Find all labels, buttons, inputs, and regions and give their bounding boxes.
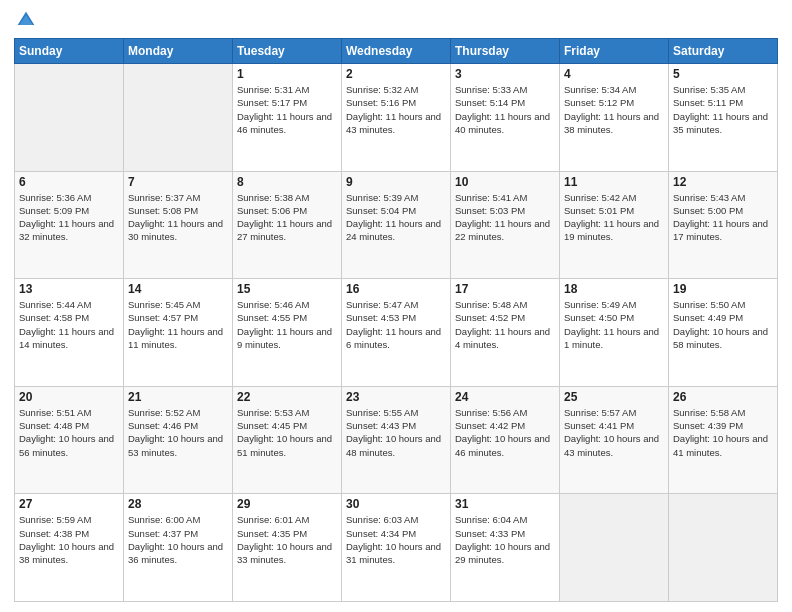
- cell-content: Sunrise: 5:31 AM Sunset: 5:17 PM Dayligh…: [237, 83, 337, 136]
- sunrise-label: Sunrise: 5:43 AM: [673, 192, 745, 203]
- weekday-header-wednesday: Wednesday: [342, 39, 451, 64]
- sunrise-label: Sunrise: 5:59 AM: [19, 514, 91, 525]
- cell-content: Sunrise: 5:33 AM Sunset: 5:14 PM Dayligh…: [455, 83, 555, 136]
- sunset-label: Sunset: 4:39 PM: [673, 420, 743, 431]
- day-number: 16: [346, 282, 446, 296]
- day-number: 7: [128, 175, 228, 189]
- sunset-label: Sunset: 4:35 PM: [237, 528, 307, 539]
- daylight-label: Daylight: 11 hours and 1 minute.: [564, 326, 659, 350]
- day-number: 13: [19, 282, 119, 296]
- calendar-cell: 1 Sunrise: 5:31 AM Sunset: 5:17 PM Dayli…: [233, 64, 342, 172]
- sunrise-label: Sunrise: 5:56 AM: [455, 407, 527, 418]
- calendar-cell: 20 Sunrise: 5:51 AM Sunset: 4:48 PM Dayl…: [15, 386, 124, 494]
- day-number: 17: [455, 282, 555, 296]
- daylight-label: Daylight: 10 hours and 43 minutes.: [564, 433, 659, 457]
- cell-content: Sunrise: 6:00 AM Sunset: 4:37 PM Dayligh…: [128, 513, 228, 566]
- daylight-label: Daylight: 11 hours and 19 minutes.: [564, 218, 659, 242]
- week-row-4: 20 Sunrise: 5:51 AM Sunset: 4:48 PM Dayl…: [15, 386, 778, 494]
- cell-content: Sunrise: 5:46 AM Sunset: 4:55 PM Dayligh…: [237, 298, 337, 351]
- calendar-cell: 14 Sunrise: 5:45 AM Sunset: 4:57 PM Dayl…: [124, 279, 233, 387]
- cell-content: Sunrise: 5:38 AM Sunset: 5:06 PM Dayligh…: [237, 191, 337, 244]
- cell-content: Sunrise: 5:32 AM Sunset: 5:16 PM Dayligh…: [346, 83, 446, 136]
- sunrise-label: Sunrise: 6:03 AM: [346, 514, 418, 525]
- day-number: 11: [564, 175, 664, 189]
- cell-content: Sunrise: 5:55 AM Sunset: 4:43 PM Dayligh…: [346, 406, 446, 459]
- daylight-label: Daylight: 11 hours and 32 minutes.: [19, 218, 114, 242]
- calendar-cell: 19 Sunrise: 5:50 AM Sunset: 4:49 PM Dayl…: [669, 279, 778, 387]
- sunset-label: Sunset: 4:33 PM: [455, 528, 525, 539]
- sunrise-label: Sunrise: 5:32 AM: [346, 84, 418, 95]
- day-number: 26: [673, 390, 773, 404]
- calendar-cell: 22 Sunrise: 5:53 AM Sunset: 4:45 PM Dayl…: [233, 386, 342, 494]
- sunrise-label: Sunrise: 5:44 AM: [19, 299, 91, 310]
- sunrise-label: Sunrise: 5:57 AM: [564, 407, 636, 418]
- sunrise-label: Sunrise: 6:04 AM: [455, 514, 527, 525]
- cell-content: Sunrise: 5:52 AM Sunset: 4:46 PM Dayligh…: [128, 406, 228, 459]
- sunrise-label: Sunrise: 6:00 AM: [128, 514, 200, 525]
- calendar-cell: 5 Sunrise: 5:35 AM Sunset: 5:11 PM Dayli…: [669, 64, 778, 172]
- day-number: 21: [128, 390, 228, 404]
- sunrise-label: Sunrise: 5:49 AM: [564, 299, 636, 310]
- sunset-label: Sunset: 4:34 PM: [346, 528, 416, 539]
- calendar-cell: 15 Sunrise: 5:46 AM Sunset: 4:55 PM Dayl…: [233, 279, 342, 387]
- day-number: 14: [128, 282, 228, 296]
- cell-content: Sunrise: 5:36 AM Sunset: 5:09 PM Dayligh…: [19, 191, 119, 244]
- sunset-label: Sunset: 4:46 PM: [128, 420, 198, 431]
- sunset-label: Sunset: 4:42 PM: [455, 420, 525, 431]
- page-container: SundayMondayTuesdayWednesdayThursdayFrid…: [0, 0, 792, 612]
- cell-content: Sunrise: 5:47 AM Sunset: 4:53 PM Dayligh…: [346, 298, 446, 351]
- sunset-label: Sunset: 4:55 PM: [237, 312, 307, 323]
- cell-content: Sunrise: 5:59 AM Sunset: 4:38 PM Dayligh…: [19, 513, 119, 566]
- sunset-label: Sunset: 5:16 PM: [346, 97, 416, 108]
- sunrise-label: Sunrise: 6:01 AM: [237, 514, 309, 525]
- sunset-label: Sunset: 4:43 PM: [346, 420, 416, 431]
- sunset-label: Sunset: 4:57 PM: [128, 312, 198, 323]
- sunrise-label: Sunrise: 5:48 AM: [455, 299, 527, 310]
- cell-content: Sunrise: 5:48 AM Sunset: 4:52 PM Dayligh…: [455, 298, 555, 351]
- cell-content: Sunrise: 6:03 AM Sunset: 4:34 PM Dayligh…: [346, 513, 446, 566]
- sunrise-label: Sunrise: 5:46 AM: [237, 299, 309, 310]
- weekday-header-tuesday: Tuesday: [233, 39, 342, 64]
- sunset-label: Sunset: 5:09 PM: [19, 205, 89, 216]
- sunrise-label: Sunrise: 5:35 AM: [673, 84, 745, 95]
- sunset-label: Sunset: 4:38 PM: [19, 528, 89, 539]
- sunset-label: Sunset: 4:45 PM: [237, 420, 307, 431]
- day-number: 19: [673, 282, 773, 296]
- calendar-cell: 7 Sunrise: 5:37 AM Sunset: 5:08 PM Dayli…: [124, 171, 233, 279]
- day-number: 25: [564, 390, 664, 404]
- day-number: 10: [455, 175, 555, 189]
- calendar-cell: [669, 494, 778, 602]
- sunrise-label: Sunrise: 5:39 AM: [346, 192, 418, 203]
- calendar-cell: 21 Sunrise: 5:52 AM Sunset: 4:46 PM Dayl…: [124, 386, 233, 494]
- sunset-label: Sunset: 5:17 PM: [237, 97, 307, 108]
- sunset-label: Sunset: 5:08 PM: [128, 205, 198, 216]
- calendar-cell: [560, 494, 669, 602]
- cell-content: Sunrise: 5:35 AM Sunset: 5:11 PM Dayligh…: [673, 83, 773, 136]
- day-number: 8: [237, 175, 337, 189]
- sunset-label: Sunset: 5:03 PM: [455, 205, 525, 216]
- daylight-label: Daylight: 10 hours and 48 minutes.: [346, 433, 441, 457]
- cell-content: Sunrise: 5:43 AM Sunset: 5:00 PM Dayligh…: [673, 191, 773, 244]
- calendar-cell: 11 Sunrise: 5:42 AM Sunset: 5:01 PM Dayl…: [560, 171, 669, 279]
- weekday-header-saturday: Saturday: [669, 39, 778, 64]
- daylight-label: Daylight: 11 hours and 9 minutes.: [237, 326, 332, 350]
- daylight-label: Daylight: 11 hours and 38 minutes.: [564, 111, 659, 135]
- sunset-label: Sunset: 4:48 PM: [19, 420, 89, 431]
- sunrise-label: Sunrise: 5:33 AM: [455, 84, 527, 95]
- weekday-header-sunday: Sunday: [15, 39, 124, 64]
- week-row-5: 27 Sunrise: 5:59 AM Sunset: 4:38 PM Dayl…: [15, 494, 778, 602]
- calendar-cell: 29 Sunrise: 6:01 AM Sunset: 4:35 PM Dayl…: [233, 494, 342, 602]
- day-number: 23: [346, 390, 446, 404]
- cell-content: Sunrise: 5:57 AM Sunset: 4:41 PM Dayligh…: [564, 406, 664, 459]
- sunrise-label: Sunrise: 5:58 AM: [673, 407, 745, 418]
- sunrise-label: Sunrise: 5:50 AM: [673, 299, 745, 310]
- day-number: 4: [564, 67, 664, 81]
- day-number: 20: [19, 390, 119, 404]
- daylight-label: Daylight: 10 hours and 29 minutes.: [455, 541, 550, 565]
- daylight-label: Daylight: 11 hours and 11 minutes.: [128, 326, 223, 350]
- day-number: 31: [455, 497, 555, 511]
- calendar-cell: 24 Sunrise: 5:56 AM Sunset: 4:42 PM Dayl…: [451, 386, 560, 494]
- day-number: 1: [237, 67, 337, 81]
- calendar-cell: 2 Sunrise: 5:32 AM Sunset: 5:16 PM Dayli…: [342, 64, 451, 172]
- day-number: 12: [673, 175, 773, 189]
